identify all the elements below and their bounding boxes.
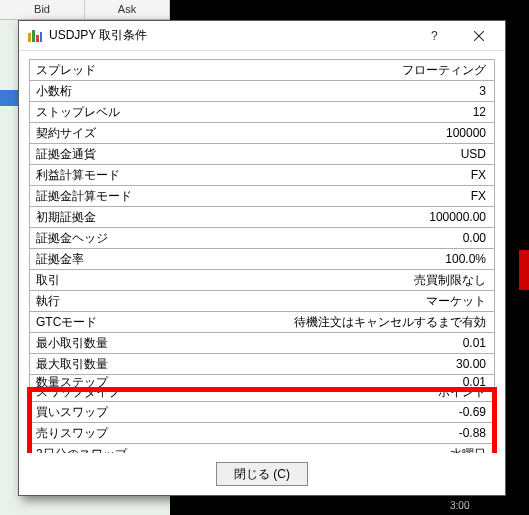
table-row: 証拠金率100.0% bbox=[30, 249, 494, 270]
row-value: フローティング bbox=[262, 60, 494, 80]
col-ask: Ask bbox=[85, 0, 170, 19]
table-row: 契約サイズ100000 bbox=[30, 123, 494, 144]
table-row: 売りスワップ-0.88 bbox=[30, 423, 494, 444]
row-value: 0.01 bbox=[262, 333, 494, 353]
svg-text:?: ? bbox=[431, 30, 438, 42]
help-button[interactable]: ? bbox=[413, 22, 457, 50]
table-row: 初期証拠金100000.00 bbox=[30, 207, 494, 228]
svg-rect-2 bbox=[36, 35, 39, 42]
titlebar: USDJPY 取引条件 ? bbox=[19, 21, 505, 51]
dialog-title: USDJPY 取引条件 bbox=[49, 27, 413, 44]
quotes-header: Bid Ask bbox=[0, 0, 170, 20]
row-label: 証拠金計算モード bbox=[30, 186, 262, 206]
table-row: 利益計算モードFX bbox=[30, 165, 494, 186]
row-label: 取引 bbox=[30, 270, 262, 290]
row-value: 待機注文はキャンセルするまで有効 bbox=[262, 312, 494, 332]
row-value: FX bbox=[262, 186, 494, 206]
row-value: 水曜日 bbox=[262, 444, 494, 453]
row-label: 小数桁 bbox=[30, 81, 262, 101]
row-value: ポイント bbox=[262, 390, 494, 401]
row-value: -0.88 bbox=[262, 423, 494, 443]
row-label: 買いスワップ bbox=[30, 402, 262, 422]
table-row: 3日分のスワップ水曜日 bbox=[30, 444, 494, 453]
svg-rect-0 bbox=[28, 33, 31, 42]
row-value: 100000 bbox=[262, 123, 494, 143]
row-label: 最大取引数量 bbox=[30, 354, 262, 374]
dialog-footer: 閉じる (C) bbox=[19, 453, 505, 495]
close-button[interactable]: 閉じる (C) bbox=[216, 462, 308, 486]
table-row: 最大取引数量30.00 bbox=[30, 354, 494, 375]
row-label: 初期証拠金 bbox=[30, 207, 262, 227]
specification-dialog: USDJPY 取引条件 ? スプレッドフローティング 小数桁3 ストップレベル1… bbox=[18, 20, 506, 496]
table-row: 証拠金通貨USD bbox=[30, 144, 494, 165]
row-label: スワップタイプ bbox=[30, 390, 262, 401]
candlestick bbox=[519, 250, 529, 290]
row-value: 100.0% bbox=[262, 249, 494, 269]
row-label: 最小取引数量 bbox=[30, 333, 262, 353]
row-value: -0.69 bbox=[262, 402, 494, 422]
table-row: 証拠金計算モードFX bbox=[30, 186, 494, 207]
table-row: 数量ステップ0.01 bbox=[30, 375, 494, 390]
table-row: 取引売買制限なし bbox=[30, 270, 494, 291]
table-row: GTCモード待機注文はキャンセルするまで有効 bbox=[30, 312, 494, 333]
row-label: 証拠金通貨 bbox=[30, 144, 262, 164]
row-value: 売買制限なし bbox=[262, 270, 494, 290]
row-label: 契約サイズ bbox=[30, 123, 262, 143]
window-close-button[interactable] bbox=[457, 22, 501, 50]
row-value: 100000.00 bbox=[262, 207, 494, 227]
table-row: スプレッドフローティング bbox=[30, 60, 494, 81]
row-value: FX bbox=[262, 165, 494, 185]
svg-rect-3 bbox=[40, 32, 42, 42]
table-row: ストップレベル12 bbox=[30, 102, 494, 123]
row-label: 証拠金率 bbox=[30, 249, 262, 269]
row-label: 売りスワップ bbox=[30, 423, 262, 443]
row-label: 執行 bbox=[30, 291, 262, 311]
row-value: 0.00 bbox=[262, 228, 494, 248]
table-row: 証拠金ヘッジ0.00 bbox=[30, 228, 494, 249]
row-label: スプレッド bbox=[30, 60, 262, 80]
table-row: 執行マーケット bbox=[30, 291, 494, 312]
table-row: スワップタイプポイント bbox=[30, 390, 494, 402]
svg-rect-1 bbox=[32, 30, 35, 42]
row-value: マーケット bbox=[262, 291, 494, 311]
col-bid: Bid bbox=[0, 0, 85, 19]
row-value: USD bbox=[262, 144, 494, 164]
row-label: 数量ステップ bbox=[30, 375, 262, 389]
table-row: 買いスワップ-0.69 bbox=[30, 402, 494, 423]
row-label: 3日分のスワップ bbox=[30, 444, 262, 453]
row-value: 0.01 bbox=[262, 375, 494, 389]
specification-table: スプレッドフローティング 小数桁3 ストップレベル12 契約サイズ100000 … bbox=[29, 59, 495, 453]
row-label: 証拠金ヘッジ bbox=[30, 228, 262, 248]
row-value: 12 bbox=[262, 102, 494, 122]
table-row: 最小取引数量0.01 bbox=[30, 333, 494, 354]
row-label: GTCモード bbox=[30, 312, 262, 332]
app-icon bbox=[27, 28, 43, 44]
selected-row-indicator bbox=[0, 90, 18, 106]
row-value: 3 bbox=[262, 81, 494, 101]
dialog-content: スプレッドフローティング 小数桁3 ストップレベル12 契約サイズ100000 … bbox=[19, 51, 505, 453]
row-label: 利益計算モード bbox=[30, 165, 262, 185]
table-row: 小数桁3 bbox=[30, 81, 494, 102]
row-label: ストップレベル bbox=[30, 102, 262, 122]
row-value: 30.00 bbox=[262, 354, 494, 374]
x-axis-label: 3:00 bbox=[450, 500, 469, 511]
